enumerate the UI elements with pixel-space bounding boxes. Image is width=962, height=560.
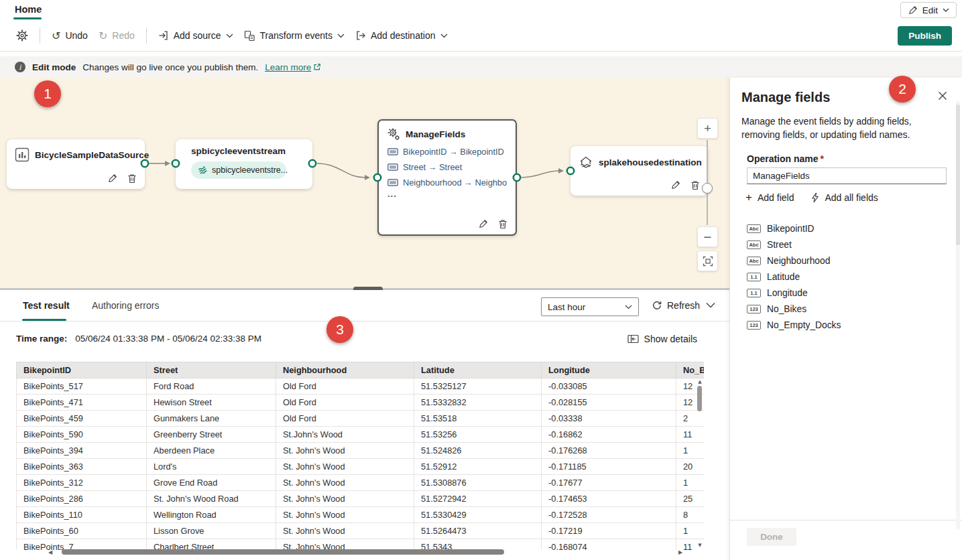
table-cell: St. John's Wood [276,507,414,523]
settings-button[interactable] [11,25,34,46]
node-manage-fields[interactable]: ManageFields BikepointID → BikepointIDSt… [377,119,517,236]
redo-icon: ↻ [99,29,107,42]
active-results-tab-underline [22,319,66,321]
show-details-button[interactable]: Show details [627,334,697,344]
field-list-item[interactable]: 123No_Bikes [747,303,841,316]
scroll-right-arrow[interactable]: ▶ [678,549,682,555]
chevron-down-icon [440,33,448,38]
table-cell: -0.17219 [542,523,676,539]
tab-authoring-errors[interactable]: Authoring errors [92,300,159,311]
trash-icon[interactable] [690,180,700,190]
scroll-up-arrow[interactable]: ▲ [696,379,704,384]
time-range-value: 05/06/24 01:33:38 PM - 05/06/24 02:33:38… [75,334,261,344]
table-cell: -0.03338 [542,411,676,427]
horizontal-scroll-thumb[interactable] [62,549,504,555]
table-cell: -0.033085 [542,378,676,395]
field-icon [387,163,398,171]
table-row: BikePoints_363Lord'sSt. John's Wood51.52… [17,459,705,475]
field-list-item[interactable]: AbcBikepointID [747,222,841,235]
refresh-button[interactable]: Refresh [652,300,700,311]
table-cell: 51.524826 [414,443,542,459]
field-list-item[interactable]: AbcNeighbourhood [747,255,841,267]
divider-drag-handle[interactable] [353,287,383,290]
operation-name-input[interactable] [747,167,947,184]
field-list-item[interactable]: 123No_Empty_Docks [747,319,841,332]
table-cell: Gunmakers Lane [147,411,276,427]
add-field-button[interactable]: + Add field [745,192,794,203]
column-header: Neighbourhood [276,362,414,378]
scroll-down-arrow[interactable]: ▼ [696,543,704,548]
gears-icon [387,128,400,141]
field-name: Latitude [767,272,800,282]
horizontal-scrollbar[interactable]: ◀ ▶ [0,549,704,557]
vertical-scrollbar[interactable]: ▲ ▼ [696,379,704,548]
add-all-fields-button[interactable]: Add all fields [811,192,878,203]
node-destination[interactable]: splakehousedestination [570,146,708,196]
pencil-icon[interactable] [478,219,488,229]
pencil-icon[interactable] [670,180,680,190]
panel-scroll-thumb[interactable] [956,104,960,245]
table-row: BikePoints_471Hewison StreetOld Ford51.5… [17,395,705,411]
scroll-left-arrow[interactable]: ◀ [48,549,52,555]
learn-more-link[interactable]: Learn more [265,62,321,72]
time-range-select[interactable]: Last hour [541,297,639,316]
field-icon [387,148,398,155]
trash-icon[interactable] [127,173,137,184]
done-button[interactable]: Done [747,528,796,546]
table-cell: BikePoints_590 [17,427,147,443]
field-list-item[interactable]: 1.1Longitude [747,287,841,299]
vertical-scroll-thumb[interactable] [697,386,702,411]
undo-button[interactable]: ↺ Undo [46,25,93,46]
tab-test-result[interactable]: Test result [23,300,70,311]
zoom-out-button[interactable]: − [697,226,718,247]
table-cell: Wellington Road [147,507,276,523]
gear-icon [16,29,28,42]
field-list-item[interactable]: AbcStreet [747,238,841,251]
table-cell: BikePoints_471 [17,395,147,411]
field-icon [387,179,398,186]
table-row: BikePoints_60Lisson GroveSt. John's Wood… [17,523,705,539]
fit-to-screen-button[interactable] [697,251,718,271]
edit-mode-dropdown-button[interactable]: Edit [900,2,957,18]
stream-pill[interactable]: spbicycleeventstre... [191,161,286,179]
ribbon-toolbar: ↺ Undo ↻ Redo Add source [0,20,962,52]
field-type-icon: 123 [747,321,761,330]
panel-scrollbar[interactable] [956,100,960,529]
table-row: BikePoints_312Grove End RoadSt. John's W… [17,475,705,491]
transform-events-icon [244,30,255,42]
node-source[interactable]: BicycleSampleDataSource [7,139,145,189]
tab-home[interactable]: Home [15,4,42,15]
trash-icon[interactable] [498,219,507,229]
field-type-icon: Abc [747,224,761,233]
node-eventstream[interactable]: spbicycleeventstream spbicycleeventstre.… [176,139,312,189]
add-source-menu-button[interactable]: Add source [153,26,239,45]
chevron-down-icon [337,33,345,38]
field-list-item[interactable]: 1.1Latitude [747,271,841,283]
add-destination-label: Add destination [371,30,436,41]
transform-events-menu-button[interactable]: Transform events [239,26,350,46]
field-type-icon: Abc [747,240,761,249]
pencil-icon[interactable] [107,173,117,184]
field-name: Neighbourhood [767,256,830,266]
table-cell: St. John's Wood [276,523,414,539]
lightning-icon [811,192,819,203]
result-table: BikepointIDStreetNeighbourhoodLatitudeLo… [16,362,704,550]
panel-footer-divider [730,520,962,520]
operation-name-label-text: Operation name [747,153,819,164]
active-tab-underline [13,17,42,19]
table-cell: BikePoints_394 [17,443,147,459]
zoom-in-button[interactable]: + [697,118,718,139]
close-icon[interactable] [938,91,947,100]
add-destination-menu-button[interactable]: Add destination [350,26,453,45]
column-header: No_Bikes [676,362,705,378]
field-mapping-row: Neighbourhood → Neighbourhood [387,178,507,188]
publish-button[interactable]: Publish [898,26,952,46]
collapse-pane-chevron[interactable] [706,302,715,308]
redo-button[interactable]: ↻ Redo [93,25,140,46]
eventstream-canvas[interactable]: 1 [0,78,729,290]
field-mapping-text: Neighbourhood → Neighbourhood [403,178,507,188]
table-row: BikePoints_394Aberdeen PlaceSt. John's W… [17,443,705,459]
mapping-overflow-indicator: ... [387,189,507,199]
zoom-slider-handle[interactable] [702,183,713,194]
table-cell: Grove End Road [147,475,276,491]
